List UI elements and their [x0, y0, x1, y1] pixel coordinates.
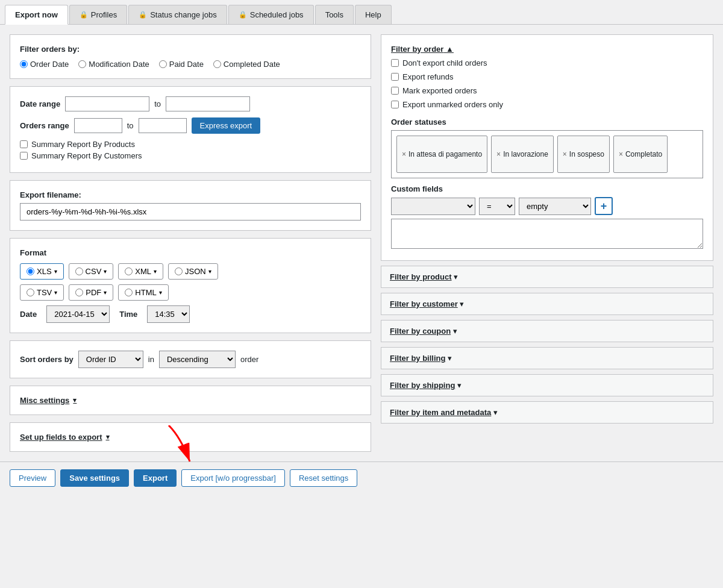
export-now-label: Export now	[15, 10, 58, 19]
save-settings-button[interactable]: Save settings	[60, 469, 129, 487]
filter-orders-title: Filter orders by:	[20, 45, 361, 54]
tab-scheduled-jobs[interactable]: 🔒 Scheduled jobs	[228, 5, 314, 24]
export-no-progressbar-button[interactable]: Export [w/o progressbar]	[181, 469, 285, 487]
checkbox-refunds: Export refunds	[391, 72, 703, 81]
radio-paid-date[interactable]: Paid Date	[159, 60, 204, 69]
lock-icon-scheduled: 🔒	[239, 11, 247, 19]
remove-status-2[interactable]: ×	[563, 150, 567, 158]
status-tag-0[interactable]: × In attesa di pagamento	[396, 136, 487, 173]
summary-by-products-label: Summary Report By Products	[31, 140, 135, 149]
tab-export-now[interactable]: Export now	[5, 5, 68, 25]
checkbox-mark-exported: Mark exported orders	[391, 86, 703, 95]
status-tag-2[interactable]: × In sospeso	[557, 136, 610, 173]
filter-product-arrow: ▾	[454, 272, 458, 281]
filename-input[interactable]	[20, 203, 361, 220]
date-time-row: Date 2021-04-15 Time 14:35	[20, 305, 361, 323]
scheduled-jobs-label: Scheduled jobs	[250, 10, 304, 19]
no-child-checkbox[interactable]	[391, 59, 399, 67]
preview-button[interactable]: Preview	[10, 469, 55, 487]
filter-product-label: Filter by product	[390, 272, 452, 281]
cf-operator-select[interactable]: =	[479, 198, 515, 215]
tab-tools[interactable]: Tools	[315, 5, 354, 24]
refunds-checkbox[interactable]	[391, 73, 399, 81]
export-button[interactable]: Export	[134, 469, 177, 487]
summary-by-products-checkbox[interactable]	[20, 140, 28, 148]
cf-value-select[interactable]: empty	[519, 198, 591, 215]
format-html[interactable]: HTML ▾	[118, 284, 168, 301]
sort-row: Sort orders by Order ID in Descending or…	[20, 351, 361, 368]
bottom-section: Preview Save settings Export Export [w/o…	[0, 461, 723, 494]
date-select[interactable]: 2021-04-15	[46, 305, 110, 323]
remove-status-3[interactable]: ×	[619, 150, 623, 158]
filter-by-shipping[interactable]: Filter by shipping ▾	[381, 374, 713, 396]
tab-help[interactable]: Help	[355, 5, 392, 24]
tab-bar: Export now 🔒 Profiles 🔒 Status change jo…	[0, 0, 723, 25]
filter-orders-radios: Order Date Modification Date Paid Date C…	[20, 60, 361, 69]
filter-by-order-title[interactable]: Filter by order ▲	[391, 45, 454, 54]
time-select[interactable]: 14:35	[147, 305, 190, 323]
orders-to-label: to	[127, 121, 134, 130]
format-json[interactable]: JSON ▾	[168, 263, 218, 280]
filter-order-checkboxes: Don't export child orders Export refunds…	[391, 58, 703, 111]
filter-by-customer[interactable]: Filter by customer ▾	[381, 293, 713, 315]
tab-status-change-jobs[interactable]: 🔒 Status change jobs	[128, 5, 227, 24]
mark-exported-label: Mark exported orders	[402, 86, 477, 95]
custom-fields-row: = empty +	[391, 197, 703, 215]
date-range-end[interactable]	[166, 96, 250, 111]
radio-order-date[interactable]: Order Date	[20, 60, 69, 69]
filter-by-item-metadata[interactable]: Filter by item and metadata ▾	[381, 401, 713, 424]
reset-settings-button[interactable]: Reset settings	[290, 469, 357, 487]
filter-by-billing[interactable]: Filter by billing ▾	[381, 347, 713, 369]
sort-direction-select[interactable]: Descending	[159, 351, 236, 368]
set-up-fields-header[interactable]: Set up fields to export ▾	[20, 433, 361, 442]
format-pdf[interactable]: PDF ▾	[69, 284, 113, 301]
filter-item-metadata-arrow: ▾	[493, 408, 498, 417]
misc-settings-arrow: ▾	[73, 396, 77, 404]
remove-status-1[interactable]: ×	[496, 150, 501, 158]
filter-order-sort-icon: ▲	[446, 45, 454, 54]
format-card: Format XLS ▾ CSV ▾ XML ▾ JSON ▾	[10, 238, 371, 333]
format-xls[interactable]: XLS ▾	[20, 263, 64, 280]
radio-completed-date[interactable]: Completed Date	[213, 60, 280, 69]
filter-billing-arrow: ▾	[448, 354, 452, 363]
cf-add-button[interactable]: +	[595, 197, 613, 215]
filter-order-header: Filter by order ▲	[391, 45, 703, 54]
status-tag-label-3: Completato	[625, 150, 662, 158]
set-up-fields-card: Set up fields to export ▾	[10, 422, 371, 452]
radio-modification-date[interactable]: Modification Date	[78, 60, 149, 69]
sort-by-select[interactable]: Order ID	[78, 351, 143, 368]
filter-by-product[interactable]: Filter by product ▾	[381, 266, 713, 288]
status-tag-1[interactable]: × In lavorazione	[491, 136, 554, 173]
orders-range-end[interactable]	[139, 118, 187, 133]
left-panel: Filter orders by: Order Date Modificatio…	[10, 34, 371, 452]
misc-settings-header[interactable]: Misc settings ▾	[20, 396, 361, 405]
date-label: Date	[20, 310, 37, 319]
filter-by-coupon[interactable]: Filter by coupon ▾	[381, 320, 713, 342]
orders-range-row: Orders range to Express export	[20, 117, 361, 134]
mark-exported-checkbox[interactable]	[391, 87, 399, 95]
unmarked-only-label: Export unmarked orders only	[402, 100, 503, 109]
sort-label: Sort orders by	[20, 355, 74, 364]
remove-status-0[interactable]: ×	[402, 150, 406, 158]
status-tag-3[interactable]: × Completato	[613, 136, 668, 173]
filename-label: Export filename:	[20, 190, 361, 199]
date-range-start[interactable]	[65, 96, 149, 111]
summary-by-customers-label: Summary Report By Customers	[31, 151, 142, 160]
status-tags-container: × In attesa di pagamento × In lavorazion…	[391, 130, 703, 178]
export-filename-card: Export filename:	[10, 180, 371, 231]
status-change-label: Status change jobs	[150, 10, 217, 19]
bottom-buttons: Preview Save settings Export Export [w/o…	[0, 461, 723, 494]
orders-range-start[interactable]	[74, 118, 122, 133]
format-xml[interactable]: XML ▾	[118, 263, 163, 280]
misc-settings-card: Misc settings ▾	[10, 386, 371, 415]
format-csv[interactable]: CSV ▾	[69, 263, 114, 280]
express-export-button[interactable]: Express export	[192, 117, 261, 134]
cf-field-select[interactable]	[391, 198, 475, 215]
cf-textarea[interactable]	[391, 219, 703, 249]
date-range-row: Date range to	[20, 96, 361, 111]
format-tsv[interactable]: TSV ▾	[20, 284, 64, 301]
tab-profiles[interactable]: 🔒 Profiles	[69, 5, 127, 24]
unmarked-only-checkbox[interactable]	[391, 101, 399, 108]
summary-by-customers-checkbox[interactable]	[20, 152, 28, 160]
no-child-label: Don't export child orders	[402, 58, 487, 67]
